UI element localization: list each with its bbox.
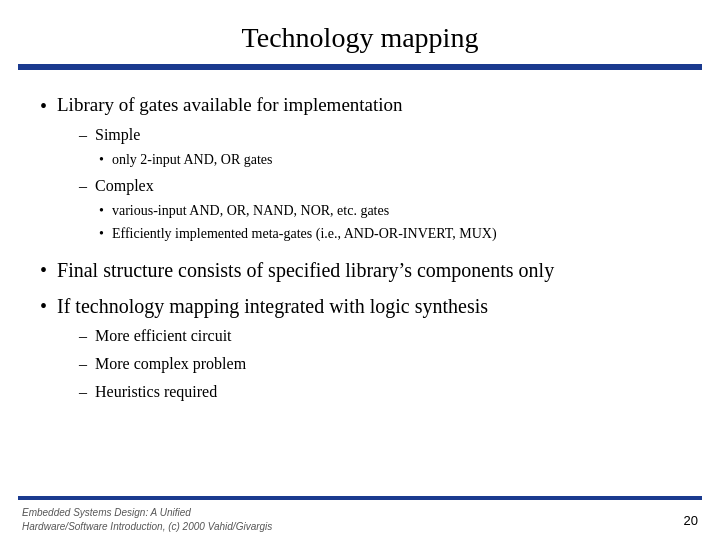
dash-heuristics-symbol: – <box>79 380 87 404</box>
dash-heuristics-text: Heuristics required <box>95 380 217 404</box>
complex-sub-2-dot: • <box>99 223 104 244</box>
bullet-1-content: Library of gates available for implement… <box>57 92 497 246</box>
bullet-1-dot: • <box>40 92 47 120</box>
bullet-2: • Final structure consists of specified … <box>40 256 680 284</box>
complex-sub-1: • various-input AND, OR, NAND, NOR, etc.… <box>99 200 497 221</box>
bullet-1-subitems: – Simple • only 2-input AND, OR gates – … <box>79 123 497 244</box>
bullet-2-text: Final structure consists of specified li… <box>57 256 554 284</box>
bullet-3-content: If technology mapping integrated with lo… <box>57 292 488 406</box>
bullet-3-text: If technology mapping integrated with lo… <box>57 295 488 317</box>
footer: Embedded Systems Design: A Unified Hardw… <box>0 500 720 540</box>
footer-citation: Embedded Systems Design: A Unified Hardw… <box>22 506 272 534</box>
page-number: 20 <box>684 513 698 528</box>
dash-efficient-symbol: – <box>79 324 87 348</box>
slide: Technology mapping • Library of gates av… <box>0 0 720 540</box>
simple-sub-1: • only 2-input AND, OR gates <box>99 149 497 170</box>
footer-citation-line2: Hardware/Software Introduction, (c) 2000… <box>22 521 272 532</box>
dash-simple: – Simple <box>79 123 497 147</box>
bullet-3-subitems: – More efficient circuit – More complex … <box>79 324 488 404</box>
dash-complex-prob-text: More complex problem <box>95 352 246 376</box>
bullet-3-dot: • <box>40 292 47 320</box>
simple-sub-1-text: only 2-input AND, OR gates <box>112 149 273 170</box>
dash-simple-symbol: – <box>79 123 87 147</box>
simple-subitems: • only 2-input AND, OR gates <box>99 149 497 170</box>
bullet-1: • Library of gates available for impleme… <box>40 92 680 246</box>
complex-sub-2: • Efficiently implemented meta-gates (i.… <box>99 223 497 244</box>
slide-title: Technology mapping <box>40 22 680 54</box>
complex-sub-1-dot: • <box>99 200 104 221</box>
dash-simple-label: Simple <box>95 123 140 147</box>
dash-complex-symbol: – <box>79 174 87 198</box>
bullet-2-dot: • <box>40 256 47 284</box>
footer-citation-line1: Embedded Systems Design: A Unified <box>22 507 191 518</box>
bullet-3: • If technology mapping integrated with … <box>40 292 680 406</box>
complex-subitems: • various-input AND, OR, NAND, NOR, etc.… <box>99 200 497 244</box>
dash-efficient-text: More efficient circuit <box>95 324 232 348</box>
bullet-1-text: Library of gates available for implement… <box>57 94 403 115</box>
content-area: • Library of gates available for impleme… <box>0 70 720 496</box>
complex-sub-2-text: Efficiently implemented meta-gates (i.e.… <box>112 223 497 244</box>
dash-complex-prob: – More complex problem <box>79 352 488 376</box>
dash-complex: – Complex <box>79 174 497 198</box>
dash-efficient: – More efficient circuit <box>79 324 488 348</box>
dash-complex-prob-symbol: – <box>79 352 87 376</box>
complex-sub-1-text: various-input AND, OR, NAND, NOR, etc. g… <box>112 200 389 221</box>
title-area: Technology mapping <box>0 0 720 64</box>
dash-complex-label: Complex <box>95 174 154 198</box>
dash-heuristics: – Heuristics required <box>79 380 488 404</box>
simple-sub-1-dot: • <box>99 149 104 170</box>
